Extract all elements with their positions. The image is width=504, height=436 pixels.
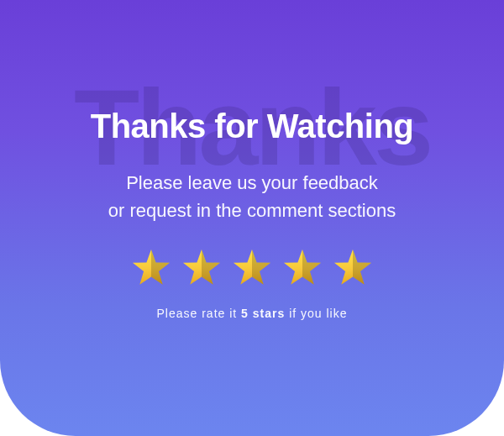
thanks-card: Thanks Thanks for Watching Please leave …	[0, 0, 504, 436]
star-icon[interactable]	[182, 250, 221, 288]
rate-suffix: if you like	[285, 307, 347, 320]
star-icon[interactable]	[132, 250, 171, 288]
content: Thanks for Watching Please leave us your…	[0, 0, 504, 320]
star-icon[interactable]	[283, 250, 322, 288]
star-icon[interactable]	[333, 250, 372, 288]
subtitle-line-2: or request in the comment sections	[108, 200, 396, 221]
subtitle-line-1: Please leave us your feedback	[126, 172, 378, 193]
subtitle: Please leave us your feedback or request…	[0, 169, 504, 224]
star-rating[interactable]	[0, 250, 504, 288]
rate-prefix: Please rate it	[156, 307, 241, 320]
rate-bold: 5 stars	[241, 307, 285, 320]
page-title: Thanks for Watching	[0, 108, 504, 145]
star-icon[interactable]	[233, 250, 271, 288]
rate-caption: Please rate it 5 stars if you like	[0, 307, 504, 320]
